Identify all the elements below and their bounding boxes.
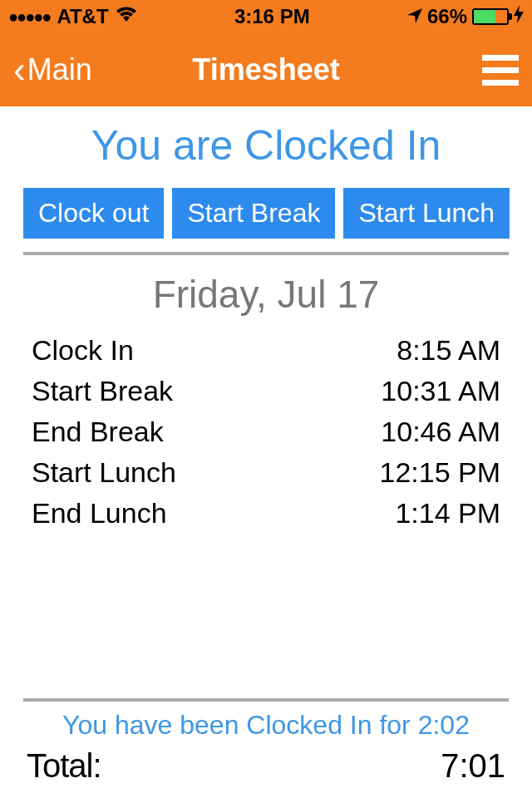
charging-icon bbox=[514, 5, 524, 28]
event-row: Clock In 8:15 AM bbox=[32, 330, 500, 371]
event-list: Clock In 8:15 AM Start Break 10:31 AM En… bbox=[23, 330, 509, 534]
divider bbox=[23, 252, 509, 255]
event-label: End Break bbox=[32, 416, 164, 448]
event-row: Start Break 10:31 AM bbox=[32, 371, 500, 411]
event-time: 1:14 PM bbox=[395, 497, 500, 530]
battery-icon bbox=[472, 8, 509, 25]
content: You are Clocked In Clock out Start Break… bbox=[0, 106, 532, 798]
event-time: 10:31 AM bbox=[381, 375, 500, 407]
nav-bar: ‹ Main Timesheet bbox=[0, 33, 532, 106]
start-lunch-button[interactable]: Start Lunch bbox=[343, 188, 510, 239]
clock-out-button[interactable]: Clock out bbox=[23, 188, 164, 239]
clocked-in-duration: You have been Clocked In for 2:02 bbox=[23, 710, 509, 741]
total-value: 7:01 bbox=[441, 747, 505, 785]
battery-percent: 66% bbox=[427, 5, 467, 28]
carrier-label: AT&T bbox=[57, 5, 108, 28]
event-label: Start Break bbox=[32, 375, 173, 407]
event-time: 12:15 PM bbox=[379, 456, 500, 489]
action-buttons: Clock out Start Break Start Lunch bbox=[23, 188, 509, 239]
event-label: End Lunch bbox=[32, 497, 167, 530]
total-label: Total: bbox=[27, 747, 101, 785]
footer: You have been Clocked In for 2:02 Total:… bbox=[23, 710, 509, 798]
status-bar: ●●●●● AT&T 3:16 PM 66% bbox=[0, 0, 532, 33]
status-heading: You are Clocked In bbox=[23, 121, 509, 170]
status-left: ●●●●● AT&T bbox=[8, 5, 137, 28]
event-row: Start Lunch 12:15 PM bbox=[32, 452, 500, 493]
event-label: Clock In bbox=[32, 334, 134, 367]
total-row: Total: 7:01 bbox=[23, 747, 509, 785]
date-heading: Friday, Jul 17 bbox=[23, 272, 509, 317]
event-row: End Lunch 1:14 PM bbox=[32, 493, 500, 534]
menu-button[interactable] bbox=[482, 55, 519, 86]
page-title: Timesheet bbox=[192, 52, 339, 87]
back-label: Main bbox=[27, 52, 92, 87]
event-time: 10:46 AM bbox=[381, 416, 500, 448]
start-break-button[interactable]: Start Break bbox=[172, 188, 335, 239]
event-label: Start Lunch bbox=[32, 456, 176, 489]
back-button[interactable]: ‹ Main bbox=[13, 52, 92, 88]
status-right: 66% bbox=[407, 5, 524, 28]
wifi-icon bbox=[116, 5, 137, 28]
hamburger-icon bbox=[482, 55, 519, 61]
event-time: 8:15 AM bbox=[397, 334, 500, 367]
location-icon bbox=[407, 5, 422, 28]
signal-strength-icon: ●●●●● bbox=[8, 7, 50, 27]
event-row: End Break 10:46 AM bbox=[32, 411, 500, 452]
chevron-left-icon: ‹ bbox=[13, 52, 26, 88]
clock-time: 3:16 PM bbox=[234, 5, 310, 28]
divider bbox=[23, 698, 509, 702]
